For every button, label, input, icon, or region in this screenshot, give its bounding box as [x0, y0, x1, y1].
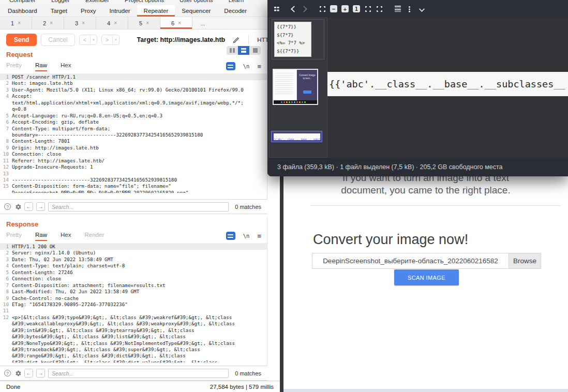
main-image-preview[interactable]: {{'abc'.__class__.__base__.__subclasses_…: [327, 72, 568, 96]
search-next-button[interactable]: →: [36, 369, 45, 378]
menu-tab[interactable]: Extender: [85, 0, 109, 2]
help-icon[interactable]: ?: [4, 370, 11, 376]
close-tab-icon[interactable]: ×: [146, 20, 149, 26]
request-editor[interactable]: 1 POST /scanner HTTP/1.1 2 Host: images.…: [0, 73, 267, 199]
search-input[interactable]: Search...: [48, 202, 229, 212]
close-tab-icon[interactable]: ×: [82, 20, 85, 26]
edit-target-icon[interactable]: [232, 36, 240, 44]
repeater-tab[interactable]: 1 ×: [0, 17, 32, 29]
word-wrap-icon[interactable]: [226, 62, 235, 70]
lines-icon[interactable]: [394, 5, 401, 12]
selected-strip-thumbnail: {{'abc'.__class__.__base__.__subclasses_…: [274, 133, 320, 140]
module-tab[interactable]: Decoder: [217, 5, 253, 17]
repeater-tab[interactable]: ...: [192, 17, 213, 29]
request-view-tab[interactable]: Hex: [61, 62, 71, 71]
back-icon[interactable]: [290, 5, 297, 12]
cancel-button[interactable]: Cancel: [41, 34, 74, 46]
layout-rows-button[interactable]: [238, 46, 249, 55]
close-tab-icon[interactable]: ×: [178, 20, 181, 26]
convert-heading: Convert your image now!: [313, 232, 468, 248]
payload-line: ${{7*7}}: [277, 48, 311, 56]
zoom-out-icon[interactable]: [330, 5, 337, 12]
response-view-tab[interactable]: Render: [85, 232, 104, 241]
request-view-tab[interactable]: Pretty: [6, 62, 22, 71]
response-view-tab[interactable]: Pretty: [6, 232, 22, 241]
line-number: 7: [0, 126, 9, 132]
chevron-down-icon[interactable]: [418, 5, 425, 12]
scan-image-button[interactable]: SCAN IMAGE: [394, 269, 459, 285]
code-line: 3 User-Agent: Mozilla/5.0 (X11; Linux x8…: [0, 87, 267, 93]
layout-single-button[interactable]: [249, 46, 261, 55]
search-prev-button[interactable]: ←: [24, 202, 33, 211]
line-number: 9: [0, 295, 9, 301]
module-tab[interactable]: Sequencer: [175, 5, 217, 17]
request-view-tab[interactable]: Raw: [35, 62, 47, 71]
status-done: Done: [6, 384, 21, 390]
file-item-screenshot[interactable]: Convert image to text...: [273, 69, 318, 105]
module-tab[interactable]: Proxy: [74, 5, 103, 17]
line-number: 2: [0, 80, 9, 86]
browse-button[interactable]: Browse: [509, 253, 541, 268]
line-number: [0, 190, 9, 193]
chevron-down-icon[interactable]: ▾: [112, 35, 119, 44]
module-tab[interactable]: Repeater: [137, 5, 175, 17]
module-tab[interactable]: Intruder: [103, 5, 137, 17]
word-wrap-icon[interactable]: [226, 232, 235, 240]
menu-tab[interactable]: User options: [180, 0, 213, 2]
close-tab-icon[interactable]: ×: [50, 20, 53, 26]
chevron-down-icon[interactable]: ▾: [90, 35, 97, 44]
prev-request-button[interactable]: < ▾: [79, 35, 97, 45]
repeater-tab[interactable]: 4 ×: [96, 17, 128, 29]
layout-columns-button[interactable]: [227, 46, 238, 55]
show-newlines-icon[interactable]: \n: [243, 233, 250, 239]
response-view-tab[interactable]: Hex: [61, 232, 71, 241]
line-number: 2: [0, 250, 9, 256]
module-tab[interactable]: Dashboard: [1, 5, 44, 17]
editor-menu-icon[interactable]: ≡: [257, 232, 261, 240]
line-number: 6: [0, 276, 9, 282]
kebab-icon[interactable]: [406, 5, 413, 12]
search-next-button[interactable]: →: [36, 202, 45, 211]
line-text: ---------------------------3226928377342…: [12, 177, 177, 183]
fullscreen-icon[interactable]: [376, 5, 383, 12]
menu-tab[interactable]: Project options: [125, 0, 164, 2]
line-text: Content-Type: text/plain; charset=utf-8: [12, 263, 125, 269]
code-line: 1 POST /scanner HTTP/1.1: [0, 74, 267, 80]
menu-tab[interactable]: Learn: [229, 0, 244, 2]
repeater-tab[interactable]: 5 ×: [128, 17, 160, 29]
response-editor[interactable]: 1 HTTP/1.1 200 OK 2 Server: nginx/1.14.0…: [0, 243, 267, 366]
menu-tab[interactable]: Logger: [51, 0, 70, 2]
grid-icon[interactable]: [273, 5, 280, 12]
help-icon[interactable]: ?: [4, 203, 11, 210]
editor-menu-icon[interactable]: ≡: [257, 63, 261, 70]
send-button[interactable]: Send: [6, 34, 37, 46]
code-line: 9 Origin: http://images.late.htb: [0, 145, 267, 151]
gear-icon[interactable]: [14, 370, 21, 377]
search-input[interactable]: Search...: [48, 369, 229, 378]
desktop: If you want to turn an image into a text…: [0, 0, 568, 392]
search-prev-button[interactable]: ←: [24, 369, 33, 378]
file-item-selected[interactable]: {{'abc'.__class__.__base__.__subclasses_…: [271, 131, 322, 142]
repeater-tab[interactable]: 3 ×: [64, 17, 96, 29]
fit-icon[interactable]: [319, 5, 326, 12]
response-view-tab[interactable]: Raw: [35, 232, 47, 241]
next-request-button[interactable]: > ▾: [101, 35, 119, 45]
file-item-payload-text[interactable]: {{7*7}}${7*7}<%= 7*7 %>${{7*7}}: [272, 19, 324, 59]
repeater-tab[interactable]: 2 ×: [32, 17, 64, 29]
close-tab-icon[interactable]: ×: [114, 20, 117, 26]
repeater-tab[interactable]: 6 ×: [160, 17, 192, 29]
payload-image-text: {{'abc'.__class__.__base__.__subclasses_…: [327, 79, 565, 89]
close-tab-icon[interactable]: ×: [18, 20, 21, 26]
file-input-value[interactable]: DeepinScreenshot_выберите-область_202206…: [312, 253, 509, 268]
select-icon[interactable]: [364, 5, 371, 12]
gear-icon[interactable]: [14, 203, 21, 210]
zoom-actual-icon[interactable]: [353, 5, 360, 12]
module-tab[interactable]: Target: [44, 5, 74, 17]
zoom-in-icon[interactable]: [341, 5, 349, 12]
menu-tab[interactable]: Comparer: [9, 0, 36, 2]
forward-icon[interactable]: [301, 5, 308, 12]
file-upload-field[interactable]: DeepinScreenshot_выберите-область_202206…: [312, 253, 541, 269]
code-line: 4 Content-Type: text/plain; charset=utf-…: [0, 263, 267, 269]
show-newlines-icon[interactable]: \n: [243, 63, 250, 69]
toolbar-divider: [248, 35, 249, 44]
